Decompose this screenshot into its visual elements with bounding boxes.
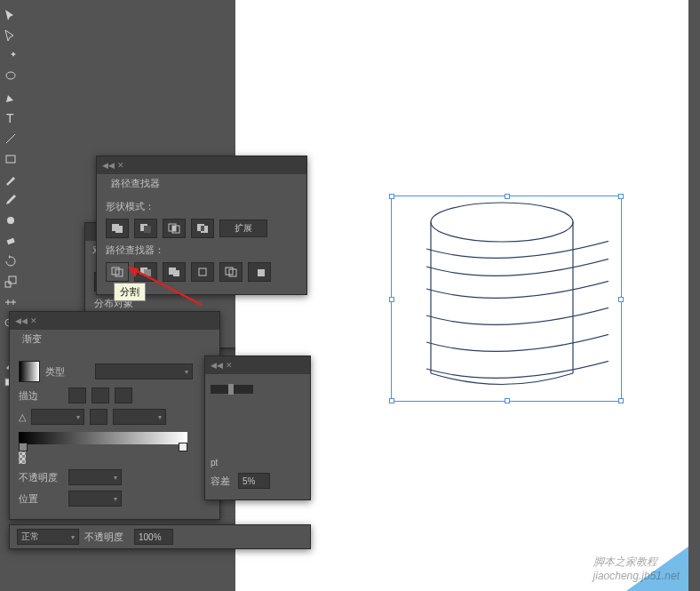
pathfinders-label: 路径查找器： <box>106 244 298 257</box>
handle-nw[interactable] <box>389 194 394 199</box>
minus-front-button[interactable] <box>134 219 157 238</box>
outline-button[interactable] <box>219 262 243 282</box>
stroke-across-button[interactable] <box>115 387 132 403</box>
line-segment-tool[interactable] <box>0 129 21 148</box>
svg-rect-25 <box>201 226 204 231</box>
opacity-label: 不透明度 <box>19 471 63 484</box>
minus-back-button[interactable] <box>248 262 271 282</box>
selected-artwork[interactable] <box>395 196 609 409</box>
tolerance-label: 容差 <box>211 475 235 488</box>
type-label: 类型 <box>45 365 90 379</box>
blob-brush-tool[interactable] <box>0 211 21 230</box>
panel-controls-icon[interactable]: ◀◀ ✕ <box>15 316 37 325</box>
magic-wand-panel[interactable]: ◀◀ ✕ pt 容差 5% <box>204 355 311 500</box>
gradient-type-dropdown[interactable] <box>95 363 193 379</box>
selection-tool[interactable] <box>0 6 21 26</box>
opacity-bar-label: 不透明度 <box>84 531 129 544</box>
handle-w[interactable] <box>389 297 394 302</box>
stop-opacity-input[interactable] <box>68 469 122 485</box>
pen-tool[interactable] <box>0 88 21 108</box>
svg-marker-37 <box>128 267 139 277</box>
handle-sw[interactable] <box>389 398 394 403</box>
divide-tooltip: 分割 <box>114 283 146 301</box>
location-label: 位置 <box>19 492 63 506</box>
direct-selection-tool[interactable] <box>0 27 21 46</box>
mw-slider-thumb[interactable] <box>228 384 234 395</box>
handle-n[interactable] <box>505 194 510 199</box>
width-tool[interactable] <box>0 292 21 312</box>
aspect-button[interactable] <box>90 409 107 425</box>
gradient-slider[interactable] <box>19 432 187 444</box>
exclude-button[interactable] <box>191 219 214 238</box>
svg-point-0 <box>6 72 15 79</box>
opacity-input[interactable]: 100% <box>134 529 173 545</box>
handle-e[interactable] <box>618 297 624 302</box>
handle-ne[interactable] <box>618 194 624 199</box>
svg-rect-22 <box>172 226 176 231</box>
gradient-swatch[interactable] <box>19 361 40 382</box>
paintbrush-tool[interactable] <box>0 170 21 189</box>
watermark-line2: jiaocheng.jb51.net <box>593 570 680 582</box>
handle-se[interactable] <box>618 398 624 403</box>
tolerance-input[interactable]: 5% <box>238 473 270 489</box>
rotate-tool[interactable] <box>0 252 21 271</box>
gradient-stop-start[interactable] <box>19 443 28 451</box>
opacity-icon <box>19 451 26 464</box>
watermark-line1: 脚本之家教程 <box>593 555 680 570</box>
intersect-button[interactable] <box>163 219 186 238</box>
gradient-stop-end[interactable] <box>179 443 187 451</box>
aspect-input[interactable] <box>113 409 166 425</box>
svg-rect-35 <box>258 269 265 276</box>
eraser-tool[interactable] <box>0 231 21 251</box>
panel-header[interactable]: ◀◀ ✕ <box>97 156 306 174</box>
rectangle-tool[interactable] <box>0 149 21 169</box>
shape-modes-label: 形状模式： <box>106 200 298 213</box>
bounding-box <box>391 196 622 402</box>
lasso-tool[interactable] <box>0 68 21 87</box>
scale-tool[interactable] <box>0 272 21 292</box>
svg-rect-6 <box>5 282 11 287</box>
gradient-panel-header[interactable]: ◀◀ ✕ <box>10 312 219 330</box>
angle-input[interactable] <box>31 409 84 425</box>
gradient-tab[interactable]: 渐变 <box>15 330 49 348</box>
canvas[interactable]: 脚本之家教程 jiaocheng.jb51.net <box>235 0 688 591</box>
pencil-tool[interactable] <box>0 190 21 210</box>
watermark: 脚本之家教程 jiaocheng.jb51.net <box>593 555 680 582</box>
unite-button[interactable] <box>106 219 129 238</box>
svg-rect-19 <box>144 226 151 233</box>
pathfinder-tab[interactable]: 路径查找器 <box>104 174 167 193</box>
svg-rect-5 <box>7 238 15 244</box>
type-tool[interactable]: T <box>0 108 21 128</box>
blend-mode-dropdown[interactable]: 正常 <box>17 529 79 545</box>
stroke-within-button[interactable] <box>68 387 86 403</box>
angle-label: △ <box>19 411 26 423</box>
handle-s[interactable] <box>505 398 510 403</box>
panel-collapse-icon[interactable]: ◀◀ ✕ <box>102 161 124 170</box>
stroke-along-button[interactable] <box>91 387 109 403</box>
stroke-label: 描边 <box>19 389 63 403</box>
svg-rect-17 <box>115 226 123 233</box>
expand-button[interactable]: 扩展 <box>219 220 267 237</box>
svg-rect-7 <box>9 276 16 284</box>
svg-rect-3 <box>6 156 15 163</box>
svg-text:T: T <box>6 111 14 125</box>
mw-panel-header[interactable]: ◀◀ ✕ <box>205 356 310 374</box>
mw-slider[interactable] <box>211 385 253 394</box>
magic-wand-tool[interactable] <box>0 47 21 67</box>
svg-point-4 <box>7 217 14 224</box>
appearance-bar: 正常 不透明度 100% <box>9 524 311 549</box>
pt-label: pt <box>211 458 218 467</box>
stop-location-input[interactable] <box>68 491 122 507</box>
gradient-panel[interactable]: ◀◀ ✕ 渐变 类型 描边 △ 不透明度 <box>9 311 220 520</box>
svg-line-2 <box>6 134 15 143</box>
